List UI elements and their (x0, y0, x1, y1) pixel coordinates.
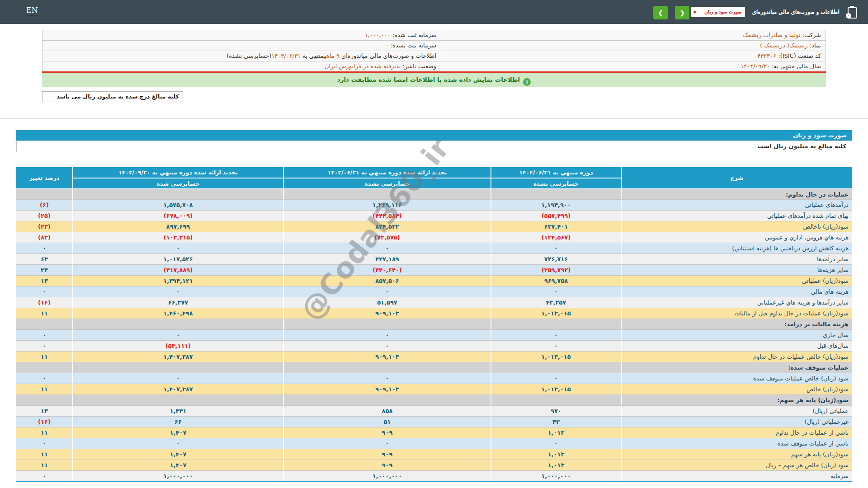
company-info-row: کد صنعت (ISIC): ۴۳۲۳۰۶اطلاعات و صورت‌های… (42, 51, 826, 61)
row-label: عملیات متوقف شده: (621, 362, 852, 373)
top-header-bar: EN ❮ ❯ صورت سود و زیان ▼ اطلاعات و صورت‌… (0, 0, 868, 24)
value-cell: ۱,۲۶۹,۱۱۶ (283, 199, 491, 210)
clipboard-icon: ✓ (846, 6, 858, 19)
info-cell-right: کد صنعت (ISIC): ۴۳۲۳۰۶ (441, 51, 826, 61)
value-cell: ۰ (491, 340, 621, 351)
row-label: سایر درآمدها (621, 253, 852, 264)
table-row: درآمدهاي عملياتي۱,۱۹۴,۹۰۰۱,۲۶۹,۱۱۶۱,۵۷۵,… (16, 199, 852, 210)
value-cell: ۸۵۸ (283, 405, 491, 416)
percent-change-cell: ۱۱ (16, 384, 72, 394)
value-cell: ۹۰۹ (283, 460, 491, 470)
value-cell: ۰ (283, 243, 491, 253)
percent-change-cell: (۲۵) (16, 210, 72, 221)
value-cell: ۱,۰۱۳ (491, 449, 621, 460)
value-cell: ۰ (491, 243, 621, 253)
table-row: هزینه هاي مالي۰۰۰۰ (16, 286, 852, 297)
value-cell: ۵۱,۵۹۷ (283, 297, 491, 308)
row-label: سود (زیان) خالص عملیات متوقف شده (621, 373, 852, 384)
value-cell: ۵۱ (283, 416, 491, 427)
signature-notice-bar: iاطلاعات نمایش داده شده با اطلاعات امضا … (42, 73, 826, 87)
value-cell (283, 362, 491, 373)
value-cell: ۰ (283, 373, 491, 384)
value-cell: ۹۰۹ (283, 427, 491, 438)
table-row: سود (زیان) خالص عملیات متوقف شده۰۰۰۰ (16, 373, 852, 384)
value-cell: (۷۳,۵۷۵) (283, 232, 491, 243)
table-row: سود(زیان) خالص۱,۰۱۳,۰۱۵۹۰۹,۱۰۳۱,۴۰۷,۳۸۷۱… (16, 384, 852, 394)
table-row: سود(زیان) عملیاتي۹۶۹,۷۵۸۸۵۷,۵۰۶۱,۳۹۴,۱۲۱… (16, 275, 852, 286)
table-row: بهاي تمام شده درآمدهاي عملياتي(۵۵۷,۴۹۹)(… (16, 210, 852, 221)
value-cell: ۱,۰۱۷,۵۲۶ (72, 253, 283, 264)
value-cell (491, 394, 621, 405)
value-cell: ۱,۰۰۰,۰۰۰ (491, 470, 621, 481)
nav-forward-button[interactable]: ❯ (675, 6, 689, 19)
table-row: هزینه کاهش ارزش دریافتني ها (هزینه استثن… (16, 243, 852, 253)
percent-change-cell: ۰ (16, 329, 72, 340)
row-label: درآمدهاي عملياتي (621, 199, 852, 210)
value-cell: ۰ (283, 329, 491, 340)
row-label: غیرعملیاتي (ریال) (621, 416, 852, 427)
percent-change-cell: ۰ (16, 340, 72, 351)
row-label: ناشي از عملیات در حال تداوم (621, 427, 852, 438)
value-cell: ۱,۴۰۷,۳۸۷ (72, 351, 283, 362)
value-cell: ۰ (283, 438, 491, 449)
table-row: سایر درآمدها و هزینه هاي غیرعملیاتي۴۳,۲۵… (16, 297, 852, 308)
nav-back-button[interactable]: ❮ (653, 6, 668, 19)
chevron-left-icon: ❮ (658, 9, 663, 16)
chevron-right-icon: ❯ (679, 9, 685, 16)
value-cell: ۰ (491, 329, 621, 340)
table-row: سود(زیان) عملیات در حال تداوم قبل از مال… (16, 308, 852, 319)
value-cell: ۰ (491, 373, 621, 384)
table-row: عملیات در حال تداوم: (16, 188, 852, 199)
col-header-audit: حسابرسی نشده (283, 178, 491, 188)
value-cell: ۱,۰۰۰,۰۰۰ (72, 470, 283, 481)
value-cell: ۱,۵۷۵,۷۰۸ (72, 199, 283, 210)
row-label: سود(زیان) ناخالص (621, 221, 852, 232)
value-cell: ۶۳۷,۴۰۱ (491, 221, 621, 232)
table-row: سال جاري۰۰۰۰ (16, 329, 852, 340)
info-icon: i (523, 78, 531, 86)
value-cell (72, 394, 283, 405)
value-cell: ۱,۰۰۰,۰۰۰ (283, 470, 491, 481)
value-cell: (۴۱۷,۸۸۹) (72, 264, 283, 275)
percent-change-cell: ۰ (16, 286, 72, 297)
value-cell: ۱,۳۹۴,۱۲۱ (72, 275, 283, 286)
row-label: سود(زیان) عملیاتي (621, 275, 852, 286)
page-title: اطلاعات و صورت‌های مالی میاندوره‌ای (752, 0, 840, 24)
col-header-audit: حسابرسی نشده (491, 178, 621, 188)
company-info-row: سال مالی منتهی به: ۱۴۰۴/۰۹/۳۰وضعیت ناشر:… (42, 61, 826, 72)
percent-change-cell: ۲۴ (16, 264, 72, 275)
value-cell: ۱,۰۱۳ (491, 427, 621, 438)
col-header-audit: حسابرسی شده (72, 178, 283, 188)
percent-change-cell: ۰ (16, 373, 72, 384)
percent-change-cell: ۱۱ (16, 308, 72, 319)
table-row: هزینه هاي فروش، اداري و عمومي(۱۳۴,۵۶۷)(۷… (16, 232, 852, 243)
table-row: هزینه مالیات بر درآمد: (16, 319, 852, 329)
percent-change-cell: ۱۱ (16, 427, 72, 438)
row-label: سال جاري (621, 329, 852, 340)
info-cell-left: وضعیت ناشر: پذیرفته شده در فرابورس ایران (42, 61, 441, 71)
language-toggle-en[interactable]: EN (26, 6, 38, 16)
table-row: سود(زیان) خالص عملیات در حال تداوم۱,۰۱۳,… (16, 351, 852, 362)
row-label: هزینه هاي فروش، اداري و عمومي (621, 232, 852, 243)
value-cell: ۰ (72, 286, 283, 297)
row-label: سایر درآمدها و هزینه هاي غیرعملیاتي (621, 297, 852, 308)
company-info-table: شرکت: تولید و صادرات ریشمکسرمایه ثبت شده… (42, 30, 826, 72)
percent-change-cell: (۶) (16, 199, 72, 210)
value-cell: ۰ (491, 286, 621, 297)
row-label: ناشي از عملیات متوقف شده (621, 438, 852, 449)
value-cell (491, 362, 621, 373)
value-cell (72, 362, 283, 373)
value-cell: ۴۳ (491, 416, 621, 427)
report-type-dropdown[interactable]: صورت سود و زیان ▼ (691, 7, 745, 17)
section-divider (0, 118, 868, 119)
value-cell: ۰ (72, 243, 283, 253)
col-header-period: تجدید ارائه شده دوره منتهي به ۱۴۰۳/۰۶/۳۱ (283, 167, 491, 178)
table-row: سود (زیان) خالص هر سهم – ریال۱,۰۱۳۹۰۹۱,۴… (16, 460, 852, 470)
value-cell (491, 188, 621, 199)
value-cell: (۲۵۹,۷۹۲) (491, 264, 621, 275)
value-cell: ۷۲۶,۷۱۶ (491, 253, 621, 264)
value-cell (283, 188, 491, 199)
table-row: سایر درآمدها۷۲۶,۷۱۶۴۴۷,۱۸۹۱,۰۱۷,۵۲۶۶۳ (16, 253, 852, 264)
income-statement-table: شرحدوره منتهي به ۱۴۰۴/۰۶/۳۱تجدید ارائه ش… (16, 167, 852, 482)
percent-change-cell: ۰ (16, 243, 72, 253)
